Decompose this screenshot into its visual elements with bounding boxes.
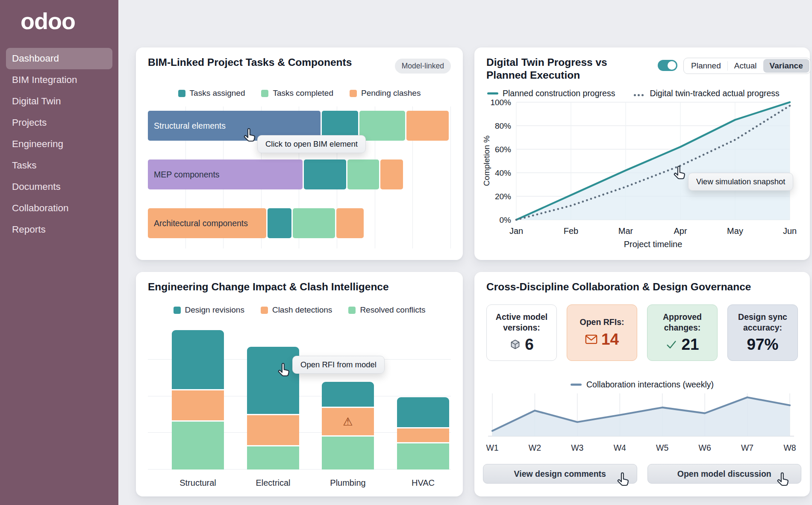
svg-text:40%: 40% [495,168,511,177]
change-segment-design-revisions[interactable] [322,382,374,407]
legend-label: Clash detections [272,305,332,315]
change-stacked-column-chart[interactable]: ⚠ [148,323,451,470]
sidebar-item-documents[interactable]: Documents [0,176,118,198]
sidebar-item-tasks[interactable]: Tasks [0,155,118,176]
bim-bar-base-segment[interactable]: Architectural components [148,208,266,238]
sidebar-item-digital-twin[interactable]: Digital Twin [0,91,118,112]
change-column-plumbing[interactable]: ⚠ [322,382,374,470]
bim-bar-segment[interactable] [347,159,379,189]
weekly-legend-swatch [571,384,582,386]
bim-bar-segment[interactable] [293,208,335,238]
change-segment-design-revisions[interactable] [172,330,224,389]
svg-text:100%: 100% [490,98,511,107]
legend-label: Planned construction progress [503,89,615,98]
segment-planned[interactable]: Planned [685,59,727,73]
change-segment-resolved-conflicts[interactable] [172,422,224,470]
sidebar-item-engineering[interactable]: Engineering [0,133,118,155]
stat-value-row: 6 [509,336,534,354]
weekly-axis-labels: W1W2W3W4W5W6W7W8 [483,443,799,453]
change-segment-resolved-conflicts[interactable] [247,446,299,470]
change-segment-design-revisions[interactable] [247,347,299,414]
svg-text:May: May [727,226,743,236]
stat-label: Approved changes: [652,312,713,334]
hand-cursor-icon [276,363,291,378]
change-segment-resolved-conflicts[interactable] [397,443,449,470]
change-segment-clash-detections[interactable] [397,428,449,442]
bim-bar-segment[interactable] [268,208,292,238]
stat-number: 21 [681,336,699,354]
sidebar-item-bim-integration[interactable]: BIM Integration [0,69,118,91]
stat-card-open-rfis: Open RFIs:14 [567,304,637,361]
planned-actual-variance-switch: PlannedActualVariance [683,58,811,74]
weekly-tick-label: W6 [699,443,711,453]
legend-item: Tasks completed [261,89,333,98]
svg-text:60%: 60% [495,145,511,154]
legend-item: Pending clashes [350,89,421,98]
variance-toggle[interactable] [658,60,677,71]
change-segment-clash-detections[interactable] [172,390,224,420]
view-design-comments-button[interactable]: View design comments [483,464,637,484]
svg-text:Jan: Jan [509,226,523,236]
bim-bar-row: MEP components [148,159,451,189]
change-column-structural[interactable] [172,330,224,470]
weekly-tick-label: W3 [571,443,583,453]
bim-stacked-bar-chart[interactable]: Structural elementsMEP componentsArchite… [148,106,451,248]
change-segment-design-revisions[interactable] [397,397,449,427]
stat-number: 6 [525,336,534,354]
twin-card-title: Digital Twin Progress vs Planned Executi… [486,56,607,82]
stat-number: 14 [601,331,619,348]
bim-bar-segment[interactable] [380,159,403,189]
legend-label: Pending clashes [361,89,421,98]
stat-label: Open RFIs: [580,317,624,328]
segment-actual[interactable]: Actual [728,59,763,73]
svg-text:Mar: Mar [618,226,633,236]
sidebar-item-collaboration[interactable]: Collaboration [0,198,118,219]
hand-cursor-icon [672,165,687,181]
change-segment-clash-detections[interactable] [247,415,299,445]
collab-card-title: Cross-Discipline Collaboration & Design … [486,281,751,293]
svg-text:Jun: Jun [783,226,797,236]
change-segment-resolved-conflicts[interactable] [322,437,374,470]
bim-bar-segment[interactable] [359,111,405,141]
legend-swatch [350,90,357,97]
svg-text:0%: 0% [500,216,512,224]
svg-text:Completion %: Completion % [482,136,491,186]
stat-card-active-model-versions: Active model versions:6 [486,304,557,361]
dotted-line-swatch [634,89,645,98]
legend-swatch [261,90,268,97]
legend-item: Design revisions [174,305,244,315]
solid-line-swatch [487,92,498,95]
segment-variance[interactable]: Variance [763,59,809,73]
card-digital-twin: Digital Twin Progress vs Planned Executi… [474,47,810,260]
change-card-title: Engineering Change Impact & Clash Intell… [148,281,389,293]
twin-title-line1: Digital Twin Progress vs [486,56,607,69]
hand-cursor-icon [775,472,791,487]
sidebar-item-reports[interactable]: Reports [0,219,118,240]
collab-buttons-row: View design comments Open model discussi… [483,464,801,484]
bim-tooltip: Click to open BIM element [257,135,366,153]
cube-icon [509,339,521,351]
stat-label: Active model versions: [491,312,552,334]
bim-bar-segment[interactable] [304,159,346,189]
legend-item: Digital twin-tracked actual progress [634,89,779,98]
bim-bar-base-segment[interactable]: MEP components [148,159,303,189]
sidebar-menu: DashboardBIM IntegrationDigital TwinProj… [0,48,118,240]
legend-label: Digital twin-tracked actual progress [650,89,779,98]
bim-bar-segment[interactable] [336,208,364,238]
check-icon [665,339,677,351]
legend-swatch [178,90,185,97]
sidebar-item-dashboard[interactable]: Dashboard [6,48,112,69]
weekly-legend: Collaboration interactions (weekly) [474,380,810,390]
change-segment-clash-detections[interactable]: ⚠ [322,408,374,435]
change-column-hvac[interactable] [397,397,449,470]
change-legend: Design revisionsClash detectionsResolved… [136,305,463,315]
legend-swatch [348,307,356,314]
weekly-tick-label: W2 [529,443,541,453]
legend-item: Planned construction progress [487,89,615,98]
weekly-tick-label: W1 [486,443,498,453]
change-category-label: HVAC [397,478,449,488]
model-linked-badge: Model-linked [395,59,451,74]
bim-bar-segment[interactable] [406,111,449,141]
collab-stats-row: Active model versions:6Open RFIs:14Appro… [486,304,798,361]
sidebar-item-projects[interactable]: Projects [0,112,118,133]
